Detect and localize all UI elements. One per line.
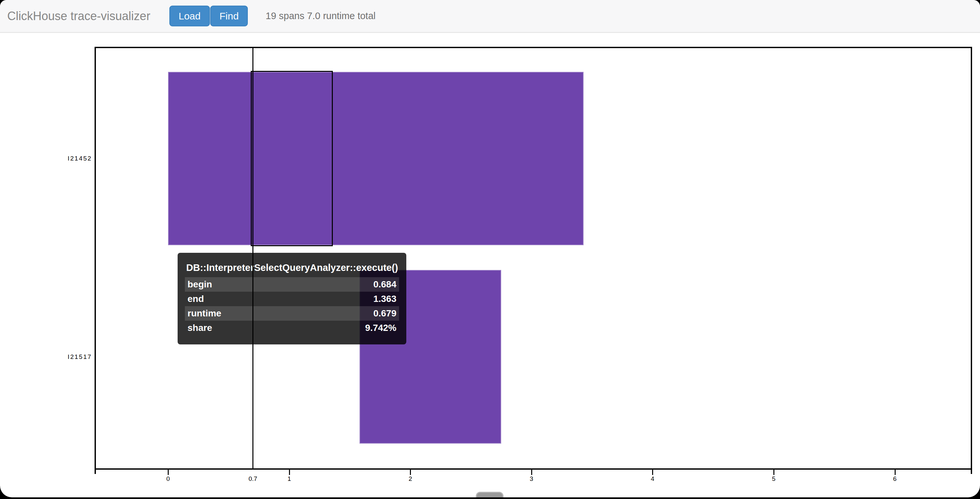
cursor-time-line xyxy=(252,47,253,468)
cursor-tick-label: 0.7 xyxy=(248,475,257,483)
x-axis-tick xyxy=(652,470,653,475)
app-title: ClickHouse trace-visualizer xyxy=(7,0,150,32)
hovered-span-outline xyxy=(251,71,333,246)
x-axis-tick-label: 3 xyxy=(530,475,533,483)
find-button[interactable]: Find xyxy=(210,6,248,26)
tooltip-row-value: 1.363 xyxy=(373,294,396,304)
tooltip-row-value: 0.684 xyxy=(373,279,396,290)
x-axis-tick-label: 2 xyxy=(409,475,412,483)
x-axis-tick xyxy=(531,470,532,475)
tooltip-row-share: share9.742% xyxy=(185,321,399,335)
tooltip-row-label: end xyxy=(188,294,204,304)
row-label-I21517: I21517 xyxy=(26,353,92,360)
x-axis-tick xyxy=(895,470,896,475)
tooltip-rows: begin0.684end1.363runtime0.679share9.742… xyxy=(185,277,399,335)
x-axis-tick-label: 1 xyxy=(287,475,291,483)
tooltip-row-begin: begin0.684 xyxy=(185,277,399,292)
x-axis-tick-label: 0 xyxy=(166,475,170,483)
x-axis-line xyxy=(95,468,972,470)
tooltip-row-end: end1.363 xyxy=(185,292,399,306)
span-tooltip: DB::InterpreterSelectQueryAnalyzer::exec… xyxy=(178,253,406,344)
tooltip-span-name: DB::InterpreterSelectQueryAnalyzer::exec… xyxy=(185,261,399,277)
browser-page: ClickHouse trace-visualizer Load Find 19… xyxy=(0,0,980,497)
x-axis-tick xyxy=(168,470,169,475)
x-axis-tick-label: 4 xyxy=(651,475,654,483)
tooltip-row-value: 9.742% xyxy=(365,323,396,333)
trace-chart[interactable]: DB::InterpreterSelectQueryAnalyzer::exec… xyxy=(0,33,980,497)
tooltip-row-runtime: runtime0.679 xyxy=(185,306,399,321)
x-axis-tick-label: 6 xyxy=(893,475,897,483)
x-axis-tick xyxy=(410,470,411,475)
load-button[interactable]: Load xyxy=(169,6,210,26)
tooltip-row-label: share xyxy=(188,323,212,333)
trace-span-bar[interactable] xyxy=(168,72,584,245)
x-axis-tick-label: 5 xyxy=(772,475,776,483)
tooltip-row-label: begin xyxy=(188,279,212,290)
tooltip-row-label: runtime xyxy=(188,308,221,319)
spans-runtime-summary: 19 spans 7.0 runtime total xyxy=(266,0,375,32)
horizontal-scrollbar-thumb[interactable] xyxy=(476,492,504,497)
x-axis-tick xyxy=(289,470,290,475)
tooltip-row-value: 0.679 xyxy=(373,308,396,319)
row-label-I21452: I21452 xyxy=(26,155,92,162)
x-axis-tick xyxy=(773,470,775,475)
app-header: ClickHouse trace-visualizer Load Find 19… xyxy=(0,0,980,33)
